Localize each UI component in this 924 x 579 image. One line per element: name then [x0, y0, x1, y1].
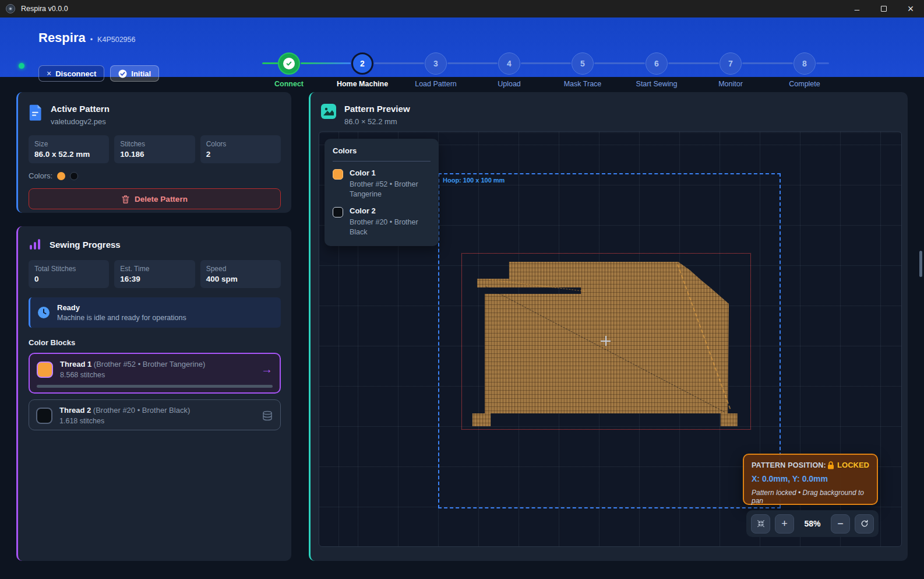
step-circle	[278, 52, 300, 75]
thread-1-block[interactable]: Thread 1 (Brother #52 • Brother Tangerin…	[29, 353, 281, 394]
stat-total-stitches: Total Stitches 0	[29, 260, 109, 288]
zoom-level: 58%	[799, 519, 826, 528]
clock-icon	[37, 306, 50, 319]
thread-1-progress-bar	[37, 385, 273, 388]
stat-value: 0	[34, 275, 103, 283]
check-icon	[283, 58, 295, 69]
step-circle: 4	[498, 52, 520, 75]
step-label: Monitor	[718, 80, 743, 88]
stat-stitches: Stitches 10.186	[114, 135, 195, 163]
thread-detail: (Brother #20 • Brother Black)	[93, 406, 190, 415]
trash-icon	[122, 195, 129, 203]
stat-value: 16:39	[120, 275, 189, 283]
pattern-position-overlay: PATTERN POSITION: LOCKED X: 0.0mm, Y: 0.…	[743, 454, 878, 505]
stat-colors: Colors 2	[200, 135, 281, 163]
step-monitor[interactable]: 7 Monitor	[694, 52, 767, 88]
stat-value: 400 spm	[206, 275, 275, 283]
initial-button[interactable]: Initial	[110, 65, 159, 82]
active-pattern-card: Active Pattern valetudogv2.pes Size 86.0…	[16, 92, 291, 213]
step-home-machine[interactable]: 2 Home Machine	[326, 52, 399, 88]
step-label: Upload	[498, 80, 521, 88]
step-mask-trace[interactable]: 5 Mask Trace	[546, 52, 619, 88]
active-pattern-title: Active Pattern	[51, 104, 110, 114]
connection-status-dot	[19, 63, 24, 69]
step-circle: 7	[720, 52, 742, 75]
thread-2-block[interactable]: Thread 2 (Brother #20 • Brother Black) 1…	[29, 399, 281, 430]
step-circle: 6	[646, 52, 668, 75]
preview-canvas[interactable]: Hoop: 100 x 100 mm Colors Color 1 Brothe…	[319, 131, 902, 547]
scrollbar-thumb[interactable]	[919, 251, 922, 277]
stat-label: Size	[34, 140, 103, 148]
step-complete[interactable]: 8 Complete	[768, 52, 841, 88]
zoom-out-button[interactable]: −	[831, 514, 850, 534]
step-circle: 2	[351, 52, 373, 75]
pattern-position-label: PATTERN POSITION:	[752, 461, 826, 469]
window-title: Respira v0.0.0	[21, 5, 68, 13]
legend-color-detail: Brother #20 • Brother Black	[350, 217, 431, 237]
refresh-icon	[860, 519, 869, 528]
close-button[interactable]: ×	[897, 0, 924, 17]
stat-value: 2	[206, 150, 275, 159]
thread-name: Thread 2	[59, 406, 91, 415]
minimize-button[interactable]: –	[844, 0, 870, 17]
pattern-dimensions: 86.0 × 52.2 mm	[344, 117, 410, 126]
lock-icon	[827, 461, 834, 469]
machine-status: Ready Machine is idle and ready for oper…	[29, 297, 281, 328]
legend-item-color-1: Color 1 Brother #52 • Brother Tangerine	[333, 169, 431, 199]
fit-screen-icon	[756, 519, 766, 528]
step-label: Connect	[274, 80, 304, 88]
step-label: Mask Trace	[564, 80, 602, 88]
hoop-label: Hoop: 100 x 100 mm	[443, 177, 505, 184]
legend-title: Colors	[333, 146, 431, 155]
fit-to-screen-button[interactable]	[751, 514, 770, 534]
maximize-icon	[881, 6, 887, 12]
machine-serial: K4P502956	[97, 36, 135, 44]
pattern-coordinates: X: 0.0mm, Y: 0.0mm	[752, 474, 869, 483]
x-icon: ×	[47, 69, 51, 78]
step-label: Complete	[789, 80, 820, 88]
step-start-sewing[interactable]: 6 Start Sewing	[620, 52, 693, 88]
sewing-progress-title: Sewing Progress	[50, 240, 121, 250]
sewing-progress-card: Sewing Progress Total Stitches 0 Est. Ti…	[16, 226, 291, 561]
legend-item-color-2: Color 2 Brother #20 • Brother Black	[333, 206, 431, 237]
color-dot-black	[70, 172, 78, 180]
reset-view-button[interactable]	[855, 514, 874, 534]
status-message: Machine is idle and ready for operations	[57, 314, 186, 322]
pattern-lock-hint: Pattern locked • Drag background to pan	[752, 489, 869, 505]
legend-color-detail: Brother #52 • Brother Tangerine	[350, 180, 431, 199]
colors-legend: Colors Color 1 Brother #52 • Brother Tan…	[325, 139, 439, 246]
legend-swatch-black	[333, 207, 343, 217]
pattern-preview-title: Pattern Preview	[344, 104, 410, 114]
stat-value: 10.186	[120, 150, 189, 159]
stat-size: Size 86.0 x 52.2 mm	[29, 135, 109, 163]
app-icon	[6, 4, 15, 13]
thread-1-swatch	[37, 362, 53, 378]
status-title: Ready	[57, 303, 186, 312]
maximize-button[interactable]	[870, 0, 897, 17]
step-circle: 3	[425, 52, 447, 75]
delete-pattern-button[interactable]: Delete Pattern	[29, 188, 281, 209]
check-circle-icon	[118, 69, 127, 78]
stat-label: Total Stitches	[34, 265, 103, 273]
stat-label: Est. Time	[120, 265, 189, 273]
initial-label: Initial	[131, 69, 151, 78]
thread-stitches: 8.568 stitches	[60, 371, 205, 379]
image-icon	[321, 104, 336, 119]
window-titlebar: Respira v0.0.0 – ×	[0, 0, 924, 17]
step-label: Home Machine	[337, 80, 388, 88]
step-label: Load Pattern	[415, 80, 457, 88]
separator: •	[90, 36, 93, 44]
zoom-in-button[interactable]: +	[775, 514, 794, 534]
legend-divider	[333, 161, 431, 162]
step-circle: 5	[572, 52, 594, 75]
app-name: Respira	[38, 30, 86, 45]
arrow-right-icon: →	[261, 363, 273, 376]
step-connect[interactable]: Connect	[252, 52, 326, 88]
file-icon	[29, 104, 43, 121]
disconnect-button[interactable]: × Disconnect	[38, 65, 104, 82]
stat-label: Stitches	[120, 140, 189, 148]
step-upload[interactable]: 4 Upload	[472, 52, 546, 88]
step-load-pattern[interactable]: 3 Load Pattern	[399, 52, 472, 88]
colors-label: Colors:	[29, 171, 52, 180]
disconnect-label: Disconnect	[55, 69, 96, 78]
